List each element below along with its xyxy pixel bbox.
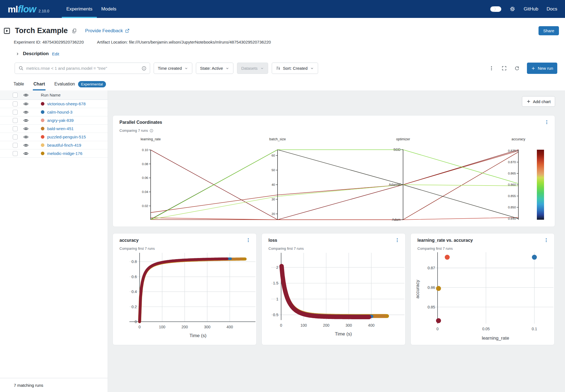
tab-table[interactable]: Table (13, 78, 25, 90)
run-color-dot (41, 135, 44, 139)
kebab-menu-icon[interactable] (395, 238, 400, 243)
eye-icon[interactable] (23, 126, 29, 131)
select-all-checkbox[interactable] (13, 93, 18, 98)
artifact-location: Artifact Location: file:///Users/benjami… (97, 40, 271, 44)
row-checkbox[interactable] (13, 143, 18, 148)
loss-chart-card: loss Comparing first 7 runs 010020030040… (262, 233, 406, 345)
dark-mode-toggle[interactable] (490, 6, 501, 12)
run-name-link[interactable]: melodic-midge-176 (47, 151, 82, 156)
new-run-button[interactable]: New run (527, 63, 557, 74)
state-dropdown[interactable]: State: Active (196, 63, 233, 74)
search-icon (18, 66, 24, 71)
experiment-meta: Experiment ID: 487543029520736220 Artifa… (0, 40, 565, 44)
tab-evaluation[interactable]: Evaluation Experimental (54, 78, 106, 90)
svg-text:100: 100 (300, 323, 307, 327)
description-label: Description (23, 51, 49, 57)
svg-text:0.875: 0.875 (508, 149, 516, 152)
add-chart-button[interactable]: Add chart (522, 96, 555, 107)
row-checkbox[interactable] (13, 135, 18, 139)
copy-icon[interactable] (72, 28, 77, 33)
row-checkbox[interactable] (13, 126, 18, 131)
svg-text:optimizer: optimizer (396, 137, 410, 141)
nav-tab-experiments[interactable]: Experiments (62, 0, 97, 18)
version-label: 2.10.0 (39, 9, 49, 13)
logo-ml: ml (8, 4, 18, 15)
gear-icon[interactable] (510, 6, 515, 12)
chart-subtitle: Comparing 7 runs (119, 128, 153, 133)
nav-tabs: Experiments Models (62, 0, 121, 18)
row-checkbox[interactable] (13, 101, 18, 106)
mlflow-logo[interactable]: mlflow 2.10.0 (8, 4, 49, 15)
description-row: Description Edit (0, 51, 565, 57)
svg-text:0.85: 0.85 (428, 305, 435, 309)
svg-text:0.860: 0.860 (508, 183, 516, 186)
info-icon[interactable] (142, 66, 146, 71)
svg-text:300: 300 (204, 325, 210, 329)
chevron-right-icon[interactable] (15, 52, 20, 56)
kebab-menu-icon[interactable] (246, 238, 251, 243)
fullscreen-button[interactable] (502, 66, 507, 71)
svg-text:accuracy: accuracy (415, 280, 420, 299)
run-name-link[interactable]: victorious-sheep-678 (47, 101, 86, 106)
run-name-link[interactable]: angry-yak-839 (47, 118, 74, 123)
experiment-id: Experiment ID: 487543029520736220 (14, 40, 84, 44)
svg-text:0.870: 0.870 (508, 160, 516, 164)
parallel-coordinates-card: Parallel Coordinates Comparing 7 runs le… (113, 115, 555, 227)
more-options-button[interactable] (489, 66, 494, 71)
run-name-column-header: Run Name (41, 93, 61, 97)
eye-icon[interactable] (23, 92, 29, 98)
eye-icon[interactable] (23, 118, 29, 123)
svg-text:0.845: 0.845 (508, 217, 516, 220)
github-link[interactable]: GitHub (524, 6, 538, 12)
accuracy-line-chart: 010020030040000.20.40.60.8Time (s) (113, 251, 257, 344)
eye-icon[interactable] (23, 101, 29, 107)
eye-icon[interactable] (23, 151, 29, 156)
search-input[interactable] (26, 66, 142, 71)
kebab-menu-icon[interactable] (544, 120, 549, 125)
eye-icon[interactable] (23, 109, 29, 115)
nav-tab-models[interactable]: Models (97, 0, 121, 18)
table-row: calm-hound-3 (0, 108, 108, 116)
chart-subtitle: Comparing first 7 runs (268, 246, 304, 251)
row-checkbox[interactable] (13, 118, 18, 123)
sort-dropdown[interactable]: Sort: Created (272, 63, 318, 74)
svg-text:0.87: 0.87 (428, 266, 435, 270)
chart-subtitle: Comparing first 7 runs (417, 246, 453, 251)
table-row: melodic-midge-176 (0, 149, 108, 158)
runs-list: victorious-sheep-678calm-hound-3angry-ya… (0, 100, 108, 158)
run-name-link[interactable]: bald-wren-451 (47, 126, 74, 131)
svg-text:0: 0 (436, 327, 439, 331)
run-name-link[interactable]: beautiful-finch-419 (47, 143, 81, 147)
svg-text:0.06: 0.06 (142, 176, 148, 179)
svg-text:60: 60 (271, 154, 275, 157)
svg-text:0.86: 0.86 (428, 285, 435, 290)
eye-icon[interactable] (23, 143, 29, 148)
kebab-menu-icon[interactable] (544, 238, 549, 243)
row-checkbox[interactable] (13, 151, 18, 156)
run-name-link[interactable]: calm-hound-3 (47, 110, 73, 114)
eye-icon[interactable] (23, 134, 29, 140)
row-checkbox[interactable] (13, 110, 18, 115)
svg-text:1.5: 1.5 (273, 281, 279, 285)
time-created-dropdown[interactable]: Time created (154, 63, 192, 74)
table-row: bald-wren-451 (0, 125, 108, 133)
charts-area: Add chart Parallel Coordinates Comparing… (108, 90, 565, 392)
chevron-down-icon (184, 66, 188, 70)
chart-subtitle: Comparing first 7 runs (119, 246, 155, 251)
svg-text:0.855: 0.855 (508, 194, 516, 198)
docs-link[interactable]: Docs (547, 6, 557, 12)
svg-text:200: 200 (182, 325, 188, 329)
svg-text:2: 2 (276, 265, 278, 270)
info-icon (150, 129, 153, 133)
svg-text:20: 20 (271, 212, 275, 216)
datasets-dropdown[interactable]: Datasets (237, 63, 268, 74)
svg-text:0.8: 0.8 (132, 259, 137, 264)
provide-feedback-link[interactable]: Provide Feedback (85, 28, 130, 34)
run-name-link[interactable]: puzzled-penguin-515 (47, 135, 86, 139)
experimental-badge: Experimental (78, 81, 106, 87)
refresh-button[interactable] (514, 66, 519, 71)
tab-chart[interactable]: Chart (33, 78, 46, 90)
svg-text:0.850: 0.850 (508, 206, 516, 209)
description-edit-link[interactable]: Edit (52, 52, 59, 56)
share-button[interactable]: Share (539, 26, 559, 35)
